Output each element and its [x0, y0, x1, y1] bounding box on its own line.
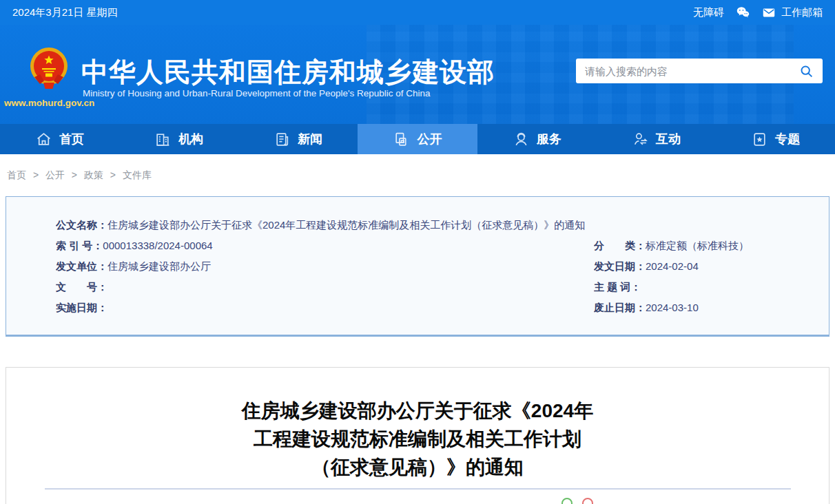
- article-card: 住房城乡建设部办公厅关于征求《2024年 工程建设规范标准编制及相关工作计划 （…: [6, 367, 829, 504]
- doc-repeal-date-label: 废止日期：: [594, 302, 646, 313]
- feedback-positive-icon[interactable]: [561, 498, 573, 504]
- site-search: [576, 59, 823, 83]
- doc-title-value: 住房城乡建设部办公厅关于征求《2024年工程建设规范标准编制及相关工作计划（征求…: [107, 219, 585, 231]
- nav-item-news[interactable]: 新闻: [238, 124, 358, 154]
- doc-repeal-date-row: 废止日期：2024-03-10: [594, 297, 815, 318]
- doc-impl-date-label: 实施日期：: [56, 302, 107, 313]
- doc-title-label: 公文名称：: [56, 219, 107, 231]
- topic-star-icon: [751, 131, 768, 148]
- doc-issue-date-value: 2024-02-04: [646, 260, 699, 272]
- doc-index-label: 索 引 号：: [56, 240, 103, 251]
- nav-item-interaction[interactable]: 互动: [597, 124, 716, 154]
- search-input[interactable]: [585, 65, 799, 77]
- doc-issuing-unit-row: 发文单位：住房城乡建设部办公厅: [56, 256, 594, 277]
- search-icon[interactable]: [799, 64, 814, 78]
- breadcrumb-separator: >: [33, 169, 39, 180]
- doc-repeal-date-value: 2024-03-10: [646, 302, 699, 313]
- doc-number-label: 文 号：: [56, 281, 107, 293]
- nav-label: 机构: [178, 131, 203, 147]
- service-person-icon: [513, 131, 530, 148]
- doc-issue-date-row: 发文日期：2024-02-04: [594, 256, 815, 277]
- doc-index-row: 索 引 号：000013338/2024-00064: [56, 235, 594, 256]
- nav-label: 服务: [537, 131, 561, 147]
- mail-icon: [761, 5, 776, 20]
- nav-item-home[interactable]: 首页: [0, 124, 119, 154]
- doc-subject-words-label: 主 题 词：: [594, 281, 641, 293]
- site-title: 中华人民共和国住房和城乡建设部: [81, 54, 495, 91]
- nav-label: 公开: [417, 131, 442, 147]
- doc-category-value: 标准定额（标准科技）: [646, 240, 749, 251]
- current-date: 2024年3月21日 星期四: [12, 6, 118, 19]
- article-title-line: 工程建设规范标准编制及相关工作计划: [6, 425, 829, 453]
- article-title: 住房城乡建设部办公厅关于征求《2024年 工程建设规范标准编制及相关工作计划 （…: [6, 397, 829, 481]
- home-icon: [35, 131, 52, 148]
- nav-label: 首页: [59, 131, 84, 147]
- breadcrumb: 首页 > 公开 > 政策 > 文件库: [0, 154, 835, 196]
- feedback-row: [561, 498, 593, 504]
- main-nav: 首页 机构 新闻 公开 服务 互动: [0, 124, 835, 154]
- document-metadata-box: 公文名称：住房城乡建设部办公厅关于征求《2024年工程建设规范标准编制及相关工作…: [6, 196, 829, 337]
- national-emblem-logo[interactable]: [26, 45, 72, 94]
- top-utility-bar: 2024年3月21日 星期四 无障碍 工作邮箱: [0, 0, 835, 25]
- nav-label: 互动: [656, 131, 681, 147]
- disclosure-docs-icon: [393, 131, 410, 148]
- interaction-icon: [632, 131, 649, 148]
- site-url: www.mohurd.gov.cn: [4, 98, 94, 108]
- doc-issue-date-label: 发文日期：: [594, 260, 646, 272]
- breadcrumb-separator: >: [72, 169, 77, 180]
- doc-subject-words-row: 主 题 词：: [594, 277, 815, 297]
- nav-item-disclosure[interactable]: 公开: [358, 124, 477, 154]
- feedback-negative-icon[interactable]: [582, 498, 593, 504]
- nav-item-organization[interactable]: 机构: [119, 124, 238, 154]
- breadcrumb-home[interactable]: 首页: [7, 169, 26, 180]
- work-mailbox-link[interactable]: 工作邮箱: [761, 5, 823, 20]
- doc-title-row: 公文名称：住房城乡建设部办公厅关于征求《2024年工程建设规范标准编制及相关工作…: [56, 215, 815, 235]
- building-icon: [154, 131, 172, 148]
- doc-number-row: 文 号：: [56, 277, 594, 297]
- breadcrumb-document-library[interactable]: 文件库: [123, 169, 152, 180]
- nav-label: 新闻: [298, 131, 322, 147]
- accessibility-link[interactable]: 无障碍: [693, 6, 724, 19]
- breadcrumb-separator: >: [110, 169, 116, 180]
- doc-category-label: 分 类：: [594, 240, 646, 251]
- article-title-line: （征求意见稿）》的通知: [6, 453, 829, 481]
- site-subtitle-en: Ministry of Housing and Urban-Rural Deve…: [83, 88, 431, 98]
- nav-item-topics[interactable]: 专题: [716, 124, 835, 154]
- doc-impl-date-row: 实施日期：: [56, 297, 594, 318]
- doc-category-row: 分 类：标准定额（标准科技）: [594, 235, 815, 256]
- nav-label: 专题: [775, 131, 800, 147]
- breadcrumb-policy[interactable]: 政策: [84, 169, 103, 180]
- article-title-line: 住房城乡建设部办公厅关于征求《2024年: [6, 397, 829, 425]
- nav-item-services[interactable]: 服务: [477, 124, 597, 154]
- doc-issuing-unit-label: 发文单位：: [56, 260, 107, 272]
- doc-index-value: 000013338/2024-00064: [103, 240, 212, 251]
- newspaper-icon: [274, 131, 291, 148]
- work-mailbox-label: 工作邮箱: [781, 6, 823, 19]
- wechat-icon[interactable]: [735, 5, 750, 20]
- doc-issuing-unit-value: 住房城乡建设部办公厅: [107, 260, 211, 272]
- article-divider: [45, 488, 791, 490]
- site-header: www.mohurd.gov.cn 中华人民共和国住房和城乡建设部 Minist…: [0, 25, 835, 124]
- breadcrumb-disclosure[interactable]: 公开: [45, 169, 65, 180]
